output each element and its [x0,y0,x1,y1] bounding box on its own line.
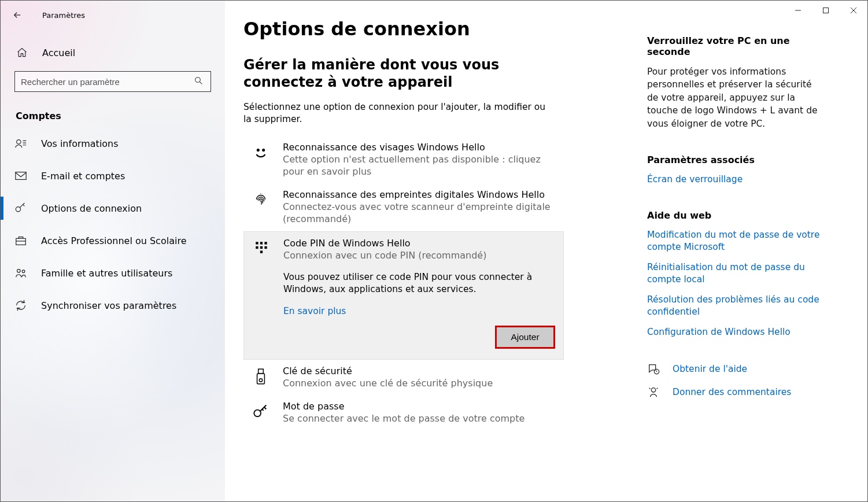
nav-label: E-mail et comptes [41,171,125,182]
key-icon [14,202,27,215]
home-icon [16,46,28,59]
svg-rect-15 [264,246,267,249]
svg-point-19 [259,378,262,381]
nav-item-sync[interactable]: Synchroniser vos paramètres [1,289,225,322]
maximize-icon [822,7,829,14]
help-icon [647,363,660,375]
option-subtitle: Cette option n'est actuellement pas disp… [283,154,557,178]
svg-point-22 [651,387,655,392]
option-subtitle: Connexion avec un code PIN (recommandé) [283,250,556,262]
option-subtitle: Connectez-vous avec votre scanneur d'emp… [283,201,557,226]
right-column: Verrouillez votre PC en une seconde Pour… [647,35,832,409]
security-key-icon [250,366,271,390]
nav-label: Famille et autres utilisateurs [41,268,172,279]
option-title: Reconnaissance des visages Windows Hello [283,142,557,153]
maximize-button[interactable] [812,1,840,20]
minimize-button[interactable] [784,1,812,20]
option-security-key[interactable]: Clé de sécurité Connexion avec une clé d… [243,360,564,396]
briefcase-icon [14,234,27,247]
sync-icon [14,299,27,312]
search-input[interactable] [21,77,194,87]
option-face[interactable]: Reconnaissance des visages Windows Hello… [243,136,564,184]
svg-point-8 [257,149,260,152]
add-button[interactable]: Ajouter [496,327,554,348]
feedback-link[interactable]: Donner des commentaires [673,387,791,397]
web-link[interactable]: Réinitialisation du mot de passe du comp… [647,261,823,286]
svg-point-6 [22,270,25,273]
search-box[interactable] [14,71,211,92]
option-pin[interactable]: Code PIN de Windows Hello Connexion avec… [243,231,564,360]
option-password[interactable]: Mot de passe Se connecter avec le mot de… [243,395,564,431]
nav-item-work-school[interactable]: Accès Professionnel ou Scolaire [1,224,225,257]
page-subtitle: Gérer la manière dont vous vous connecte… [243,56,567,91]
back-button[interactable] [11,9,24,21]
face-icon [250,142,271,178]
search-wrap [1,71,225,102]
user-info-icon [14,137,27,150]
get-help-link[interactable]: Obtenir de l'aide [673,364,747,374]
option-title: Mot de passe [283,401,557,412]
nav-label: Accès Professionnel ou Scolaire [41,235,186,246]
svg-rect-16 [260,250,263,253]
svg-point-0 [195,77,201,83]
svg-rect-11 [260,242,263,244]
nav-label: Synchroniser vos paramètres [41,300,176,311]
option-subtitle: Connexion avec une clé de sécurité physi… [283,378,557,390]
section-header: Comptes [1,102,225,127]
nav-label: Vos informations [41,138,119,149]
svg-rect-14 [260,246,263,249]
option-body: Vous pouvez utiliser ce code PIN pour vo… [283,271,556,296]
svg-point-1 [17,140,21,144]
nav-item-family[interactable]: Famille et autres utilisateurs [1,257,225,289]
nav-label: Options de connexion [41,203,142,214]
minimize-icon [795,7,801,14]
svg-rect-13 [256,246,258,249]
svg-rect-17 [258,369,264,374]
svg-rect-4 [16,238,26,245]
web-link[interactable]: Modification du mot de passe de votre co… [647,229,823,253]
back-arrow-icon [12,10,23,20]
option-title: Code PIN de Windows Hello [283,238,556,249]
page-description: Sélectionnez une option de connexion pou… [243,101,556,126]
svg-rect-12 [264,242,267,244]
web-link[interactable]: Résolution des problèmes liés au code co… [647,294,823,318]
web-link[interactable]: Configuration de Windows Hello [647,326,823,338]
lock-text: Pour protéger vos informations personnel… [647,65,823,130]
feedback-icon [647,386,660,398]
family-icon [14,267,27,279]
lock-screen-link[interactable]: Écran de verrouillage [647,174,823,186]
close-icon [850,7,857,14]
svg-point-20 [254,410,261,417]
option-title: Reconnaissance des empreintes digitales … [283,189,557,200]
title-bar: Paramètres [1,6,225,24]
page-title: Options de connexion [243,18,618,40]
content-area: Options de connexion Gérer la manière do… [225,1,867,501]
app-title: Paramètres [42,11,85,20]
nav-home[interactable]: Accueil [1,40,225,65]
web-help-title: Aide du web [647,210,823,221]
search-icon [194,76,205,87]
option-title: Clé de sécurité [283,366,557,376]
svg-point-5 [17,270,20,273]
svg-rect-7 [823,8,829,13]
window-controls [784,1,867,20]
svg-rect-10 [256,242,258,244]
sidebar: Paramètres Accueil Comptes Vos informati… [1,1,225,501]
password-key-icon [250,401,271,425]
nav-home-label: Accueil [42,47,75,58]
svg-rect-2 [16,172,26,180]
pin-keypad-icon [251,238,272,348]
lock-title: Verrouillez votre PC en une seconde [647,35,823,57]
nav-item-signin-options[interactable]: Options de connexion [1,192,225,224]
related-title: Paramètres associés [647,154,823,165]
svg-point-9 [262,149,265,152]
email-icon [14,169,27,182]
close-button[interactable] [840,1,867,20]
option-fingerprint[interactable]: Reconnaissance des empreintes digitales … [243,183,564,231]
nav-item-your-info[interactable]: Vos informations [1,127,225,160]
main-column: Options de connexion Gérer la manière do… [225,1,630,501]
option-subtitle: Se connecter avec le mot de passe de vot… [283,413,557,425]
learn-more-link[interactable]: En savoir plus [283,306,346,316]
nav-item-email[interactable]: E-mail et comptes [1,160,225,192]
fingerprint-icon [250,189,271,226]
